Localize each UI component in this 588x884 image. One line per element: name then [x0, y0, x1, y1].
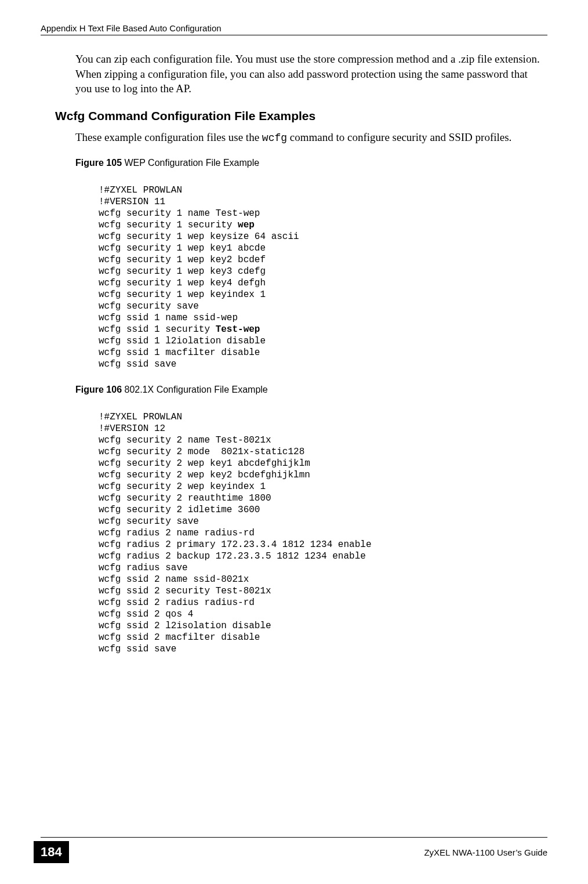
- code-line: wcfg security save: [99, 301, 199, 311]
- page-footer: 184 ZyXEL NWA-1100 User’s Guide: [0, 837, 588, 863]
- code-line: !#ZYXEL PROWLAN: [99, 185, 182, 195]
- code-bold: wep: [238, 220, 255, 230]
- figure-105-caption: WEP Configuration File Example: [122, 158, 259, 168]
- page-number: 184: [34, 841, 69, 863]
- header-text: Appendix H Text File Based Auto Configur…: [41, 23, 222, 33]
- code-line: wcfg ssid 1 name ssid-wep: [99, 313, 238, 323]
- code-bold: Test-wep: [216, 324, 260, 335]
- para2-post: command to configure security and SSID p…: [287, 131, 511, 143]
- code-line: wcfg security 1 name Test-wep: [99, 208, 260, 219]
- figure-106-label: Figure 106 802.1X Configuration File Exa…: [75, 385, 542, 395]
- code-line: wcfg security 1 wep key1 abcde: [99, 243, 266, 253]
- code-line: wcfg security 1 wep key2 bcdef: [99, 255, 266, 265]
- figure-105-num: Figure 105: [75, 158, 122, 168]
- code-block-105: !#ZYXEL PROWLAN !#VERSION 11 wcfg securi…: [99, 184, 542, 370]
- code-line: wcfg ssid save: [99, 359, 176, 369]
- code-line: !#VERSION 11: [99, 197, 165, 207]
- code-line: wcfg security 1 wep key4 defgh: [99, 278, 266, 288]
- code-line: wcfg ssid 1 macfilter disable: [99, 347, 260, 358]
- main-content: You can zip each configuration file. You…: [75, 52, 542, 655]
- figure-106-num: Figure 106: [75, 385, 122, 394]
- para2-pre: These example configuration files use th…: [75, 131, 262, 143]
- code-line: wcfg security 1 wep key3 cdefg: [99, 266, 266, 277]
- code-line: wcfg ssid 1 security: [99, 324, 216, 335]
- section-heading: Wcfg Command Configuration File Examples: [55, 109, 542, 123]
- code-line: wcfg security 1 wep keysize 64 ascii: [99, 231, 299, 242]
- paragraph-1: You can zip each configuration file. You…: [75, 52, 542, 96]
- para2-code: wcfg: [262, 132, 287, 144]
- figure-106-caption: 802.1X Configuration File Example: [122, 385, 268, 394]
- code-line: wcfg security 1 wep keyindex 1: [99, 289, 266, 300]
- paragraph-2: These example configuration files use th…: [75, 130, 542, 145]
- code-line: wcfg ssid 1 l2iolation disable: [99, 336, 266, 346]
- page-header: Appendix H Text File Based Auto Configur…: [41, 23, 547, 35]
- footer-guide-name: ZyXEL NWA-1100 User’s Guide: [424, 847, 547, 857]
- figure-105-label: Figure 105 WEP Configuration File Exampl…: [75, 158, 542, 168]
- footer-line: 184 ZyXEL NWA-1100 User’s Guide: [41, 837, 547, 863]
- code-line: wcfg security 1 security: [99, 220, 238, 230]
- code-block-106: !#ZYXEL PROWLAN !#VERSION 12 wcfg securi…: [99, 411, 542, 655]
